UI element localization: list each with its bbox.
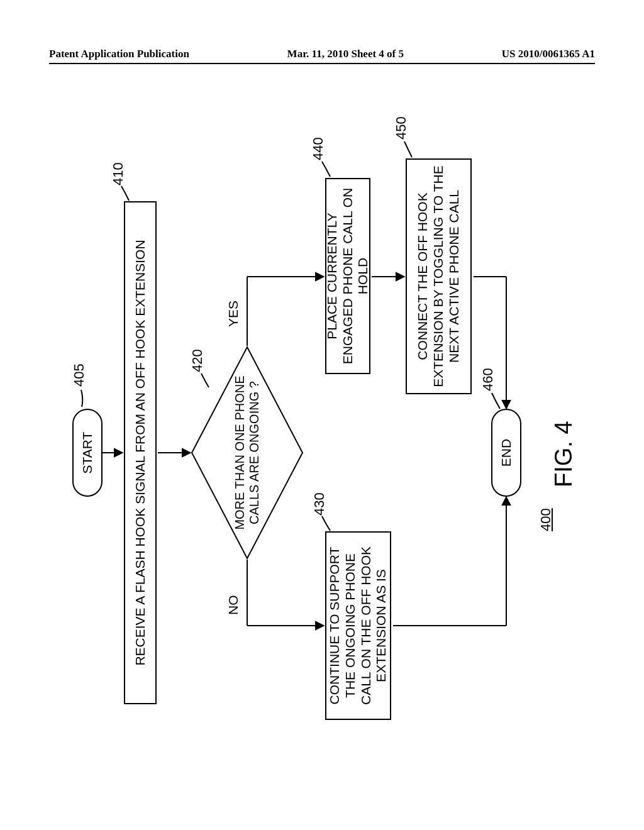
- ref-430: 430: [311, 492, 328, 516]
- box-450: CONNECT THE OFF HOOK EXTENSION BY TOGGLI…: [406, 158, 472, 394]
- header-left: Patent Application Publication: [49, 48, 189, 60]
- ref-410: 410: [110, 162, 126, 185]
- box-410-text: RECEIVE A FLASH HOOK SIGNAL FROM AN OFF …: [133, 240, 148, 665]
- box-440-text: PLACE CURRENTLY ENGAGED PHONE CALL ON HO…: [325, 184, 371, 368]
- end-label: END: [499, 439, 514, 467]
- decision-420-text: MORE THAN ONE PHONE CALLS ARE ONGOING ?: [191, 346, 304, 560]
- ref-440: 440: [310, 137, 326, 160]
- ref-400: 400: [538, 508, 554, 531]
- decision-420: MORE THAN ONE PHONE CALLS ARE ONGOING ?: [191, 346, 304, 560]
- box-430-text: CONTINUE TO SUPPORT THE ONGOING PHONE CA…: [327, 538, 389, 714]
- ref-460: 460: [480, 368, 496, 391]
- box-430: CONTINUE TO SUPPORT THE ONGOING PHONE CA…: [325, 531, 391, 720]
- no-label: NO: [226, 595, 241, 616]
- end-terminator: END: [491, 409, 521, 497]
- start-terminator: START: [72, 409, 103, 497]
- box-410: RECEIVE A FLASH HOOK SIGNAL FROM AN OFF …: [124, 201, 157, 704]
- start-label: START: [80, 432, 96, 474]
- header-right: US 2010/0061365 A1: [502, 48, 595, 60]
- header-rule: [49, 63, 595, 64]
- figure-area: START 405 RECEIVE A FLASH HOOK SIGNAL FR…: [47, 85, 594, 777]
- header-center: Mar. 11, 2010 Sheet 4 of 5: [287, 48, 404, 60]
- figure-caption: FIG. 4: [550, 421, 577, 487]
- flowchart: START 405 RECEIVE A FLASH HOOK SIGNAL FR…: [53, 101, 588, 761]
- page-header: Patent Application Publication Mar. 11, …: [49, 48, 595, 60]
- box-440: PLACE CURRENTLY ENGAGED PHONE CALL ON HO…: [325, 178, 370, 374]
- ref-420: 420: [189, 349, 206, 372]
- ref-450: 450: [393, 116, 409, 140]
- box-450-text: CONNECT THE OFF HOOK EXTENSION BY TOGGLI…: [415, 165, 462, 388]
- yes-label: YES: [226, 301, 241, 327]
- ref-405: 405: [71, 363, 87, 387]
